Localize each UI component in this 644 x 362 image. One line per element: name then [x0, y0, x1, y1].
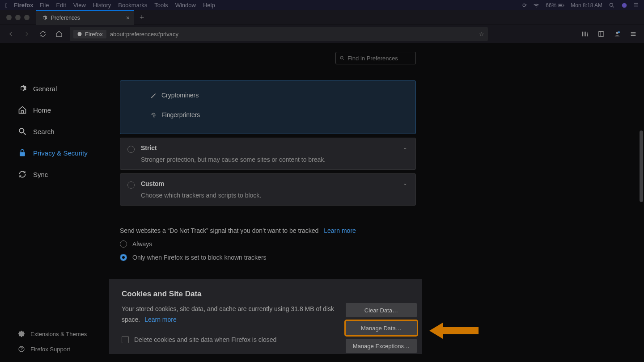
- minimize-window-icon[interactable]: [15, 15, 21, 20]
- radio-icon[interactable]: [120, 240, 127, 248]
- svg-point-6: [78, 32, 82, 36]
- home-icon: [18, 105, 27, 114]
- menubar-clock[interactable]: Mon 8:18 AM: [571, 2, 602, 8]
- option-title: Strict: [141, 144, 407, 152]
- bookmark-star-icon[interactable]: ☆: [479, 31, 484, 38]
- protection-option-strict[interactable]: Strict Stronger protection, but may caus…: [120, 138, 416, 170]
- dnt-option-only-blocking[interactable]: Only when Firefox is set to block known …: [120, 254, 422, 261]
- annotation-arrow: [429, 322, 479, 340]
- preferences-content: Find in Preferences General Home Search …: [0, 43, 644, 362]
- menu-bookmarks[interactable]: Bookmarks: [118, 2, 147, 8]
- cryptominer-icon: [150, 92, 157, 99]
- battery-status[interactable]: 66%: [546, 2, 564, 8]
- tab-bar: Preferences × +: [0, 10, 644, 25]
- reload-button[interactable]: [36, 27, 50, 41]
- menu-edit[interactable]: Edit: [56, 2, 66, 8]
- menu-window[interactable]: Window: [175, 2, 196, 8]
- cookies-learn-more-link[interactable]: Learn more: [144, 316, 177, 323]
- lock-icon: [18, 148, 27, 157]
- menu-history[interactable]: History: [93, 2, 111, 8]
- cookies-section: Cookies and Site Data Your stored cookie…: [109, 279, 422, 354]
- sidebar-item-search[interactable]: Search: [18, 121, 109, 142]
- library-button[interactable]: [578, 27, 592, 41]
- checkbox-icon[interactable]: [122, 336, 129, 343]
- sidebar-item-sync[interactable]: Sync: [18, 164, 109, 185]
- do-not-track-section: Send websites a “Do Not Track” signal th…: [120, 227, 422, 261]
- app-menu-button[interactable]: [626, 27, 640, 41]
- sidebar-item-general[interactable]: General: [18, 78, 109, 99]
- menu-view[interactable]: View: [73, 2, 86, 8]
- identity-box[interactable]: Firefox: [73, 30, 106, 38]
- puzzle-icon: [18, 330, 25, 337]
- back-button[interactable]: [4, 27, 18, 41]
- search-placeholder: Find in Preferences: [347, 55, 398, 62]
- dnt-option-always[interactable]: Always: [120, 240, 422, 248]
- spotlight-icon[interactable]: [609, 2, 615, 8]
- radio-icon[interactable]: [127, 146, 135, 153]
- sidebar-item-label: Home: [33, 106, 51, 114]
- fingerprint-icon: [150, 111, 157, 118]
- clear-data-button[interactable]: Clear Data…: [346, 303, 417, 317]
- tab-title: Preferences: [51, 15, 80, 21]
- wifi-icon[interactable]: [533, 2, 539, 8]
- svg-rect-1: [564, 4, 564, 5]
- sync-icon: [18, 170, 27, 179]
- home-button[interactable]: [52, 27, 66, 41]
- menu-help[interactable]: Help: [203, 2, 215, 8]
- option-title: Custom: [141, 180, 407, 187]
- dnt-option-label: Only when Firefox is set to block known …: [132, 254, 267, 261]
- macos-menubar:  Firefox File Edit View History Bookmar…: [0, 0, 644, 10]
- sidebar-item-label: Search: [33, 128, 55, 135]
- notification-center-icon[interactable]: ☰: [634, 2, 639, 8]
- new-tab-button[interactable]: +: [134, 13, 150, 22]
- radio-checked-icon[interactable]: [120, 254, 127, 261]
- chevron-down-icon[interactable]: ⌄: [403, 180, 407, 186]
- manage-data-button[interactable]: Manage Data…: [346, 321, 417, 335]
- menu-file[interactable]: File: [39, 2, 49, 8]
- protection-option-custom[interactable]: Custom Choose which trackers and scripts…: [120, 173, 416, 206]
- tab-close-icon[interactable]: ×: [126, 14, 130, 21]
- svg-point-10: [618, 31, 620, 33]
- preferences-main: Cryptominers Fingerprinters Strict Stron…: [109, 43, 422, 362]
- svg-rect-16: [21, 111, 24, 114]
- dnt-learn-more-link[interactable]: Learn more: [324, 227, 356, 234]
- sidebar-support[interactable]: Firefox Support: [18, 341, 87, 357]
- search-preferences-input[interactable]: Find in Preferences: [335, 52, 416, 64]
- sidebar-item-label: Sync: [33, 171, 48, 178]
- account-button[interactable]: [610, 27, 624, 41]
- preferences-sidebar: General Home Search Privacy & Security S…: [0, 43, 109, 362]
- address-bar[interactable]: Firefox about:preferences#privacy ☆: [70, 27, 488, 41]
- svg-point-9: [616, 32, 618, 34]
- protection-item-cryptominers: Cryptominers: [150, 85, 402, 105]
- sidebar-item-home[interactable]: Home: [18, 99, 109, 121]
- sidebar-item-label: General: [33, 85, 57, 93]
- radio-icon[interactable]: [127, 181, 135, 189]
- close-window-icon[interactable]: [6, 15, 12, 20]
- sidebar-extensions[interactable]: Extensions & Themes: [18, 326, 87, 341]
- svg-point-5: [622, 3, 627, 8]
- search-icon: [18, 127, 27, 136]
- gear-icon: [41, 15, 47, 21]
- siri-icon[interactable]: [621, 2, 627, 8]
- sync-icon[interactable]: ⟳: [522, 2, 527, 8]
- maximize-window-icon[interactable]: [24, 15, 30, 20]
- menu-tools[interactable]: Tools: [154, 2, 168, 8]
- chevron-down-icon[interactable]: ⌄: [403, 144, 407, 151]
- scrollbar-thumb[interactable]: [640, 130, 643, 202]
- manage-exceptions-button[interactable]: Manage Exceptions…: [346, 339, 417, 353]
- svg-line-15: [343, 59, 344, 60]
- sidebar-button[interactable]: [594, 27, 608, 41]
- checkbox-label: Delete cookies and site data when Firefo…: [134, 336, 276, 343]
- sidebar-item-privacy[interactable]: Privacy & Security: [18, 142, 109, 164]
- window-controls[interactable]: [0, 15, 36, 20]
- help-icon: [18, 345, 25, 353]
- tab-preferences[interactable]: Preferences ×: [36, 10, 134, 25]
- svg-point-3: [610, 3, 613, 6]
- svg-rect-19: [20, 152, 25, 156]
- option-desc: Stronger protection, but may cause some …: [141, 156, 407, 163]
- apple-icon[interactable]: : [5, 2, 8, 9]
- svg-line-18: [24, 133, 26, 135]
- menubar-app[interactable]: Firefox: [14, 2, 33, 8]
- protection-item-fingerprinters: Fingerprinters: [150, 105, 402, 125]
- dnt-option-label: Always: [132, 240, 152, 248]
